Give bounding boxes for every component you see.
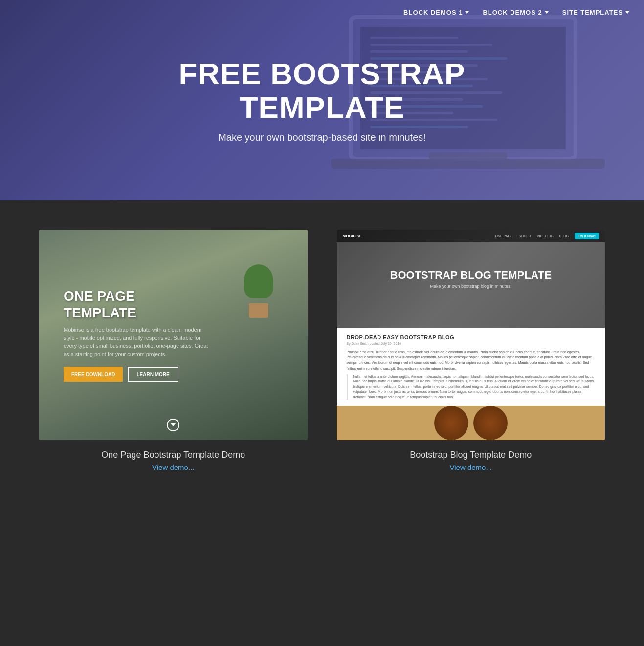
chevron-down-icon	[465, 11, 469, 14]
preview-blog-hero: MOBIRISE ONE PAGE SLIDER VIDEO BG BLOG T…	[337, 230, 605, 328]
card-one-page-title: One Page Bootstrap Template Demo	[101, 450, 245, 460]
preview-onepage-text: Mobirise is a free bootstrap template wi…	[64, 326, 210, 358]
blog-nav-blog: BLOG	[559, 234, 569, 238]
svg-rect-4	[370, 50, 468, 53]
try-now-button[interactable]: Try it Now!	[575, 233, 599, 239]
card-blog: MOBIRISE ONE PAGE SLIDER VIDEO BG BLOG T…	[337, 230, 605, 471]
preview-blog-subtitle: Make your own bootstrap blog in minutes!	[430, 284, 511, 289]
scroll-down-arrow	[167, 419, 179, 431]
plant-leaf	[244, 264, 273, 298]
preview-blog-title: BOOTSTRAP BLOG TEMPLATE	[390, 269, 552, 282]
preview-blog-navbar: MOBIRISE ONE PAGE SLIDER VIDEO BG BLOG T…	[337, 230, 605, 242]
card-blog-thumbnail[interactable]: MOBIRISE ONE PAGE SLIDER VIDEO BG BLOG T…	[337, 230, 605, 440]
blog-nav-slider: SLIDER	[519, 234, 531, 238]
svg-rect-17	[429, 152, 507, 159]
nav-block-demos-1[interactable]: BLOCK DEMOS 1	[403, 9, 469, 16]
preview-learn-more-button[interactable]: LEARN MORE	[128, 367, 178, 382]
blog-nav-onepage: ONE PAGE	[495, 234, 513, 238]
preview-blog-footer-image	[337, 406, 605, 440]
navigation: BLOCK DEMOS 1 BLOCK DEMOS 2 SITE TEMPLAT…	[389, 0, 644, 25]
article-text-1: Proin sit eros arcu. Integer neque urna,…	[347, 349, 596, 371]
food-image-circle-2	[473, 406, 508, 440]
svg-rect-16	[331, 159, 605, 169]
article-meta: By John Smith posted July 30, 2016	[347, 342, 596, 345]
hero-subtitle: Make your own bootstrap-based site in mi…	[218, 132, 426, 143]
preview-blog-brand: MOBIRISE	[343, 234, 362, 238]
preview-blog-container: MOBIRISE ONE PAGE SLIDER VIDEO BG BLOG T…	[337, 230, 605, 440]
svg-rect-3	[370, 44, 492, 46]
card-blog-link[interactable]: View demo...	[450, 463, 492, 471]
cards-grid: ONE PAGE TEMPLATE Mobirise is a free boo…	[39, 230, 605, 471]
preview-onepage-title: ONE PAGE TEMPLATE	[64, 288, 191, 321]
card-one-page-thumbnail[interactable]: ONE PAGE TEMPLATE Mobirise is a free boo…	[39, 230, 308, 440]
chevron-down-icon	[545, 11, 549, 14]
nav-block-demos-2[interactable]: BLOCK DEMOS 2	[483, 9, 548, 16]
chevron-down-icon	[625, 11, 629, 14]
svg-rect-2	[370, 37, 458, 39]
plant-pot	[249, 303, 268, 318]
card-blog-title: Bootstrap Blog Template Demo	[410, 450, 532, 460]
card-one-page-link[interactable]: View demo...	[152, 463, 194, 471]
food-image-circle-1	[434, 406, 468, 440]
article-quote-text: Nullam et tellus a ante dictum sagittis.…	[353, 374, 596, 400]
article-title: DROP-DEAD EASY BOOTSTRAP BLOG	[347, 334, 596, 340]
hero-section: FREE BOOTSTRAP TEMPLATE Make your own bo…	[0, 0, 644, 200]
plant-decoration	[239, 259, 278, 318]
preview-onepage-buttons: FREE DOWNLOAD LEARN MORE	[64, 367, 178, 382]
nav-site-templates[interactable]: SITE TEMPLATES	[562, 9, 629, 16]
blog-nav-videobg: VIDEO BG	[537, 234, 554, 238]
article-blockquote: Nullam et tellus a ante dictum sagittis.…	[347, 374, 596, 400]
preview-onepage-bg: ONE PAGE TEMPLATE Mobirise is a free boo…	[39, 230, 308, 440]
main-content: ONE PAGE TEMPLATE Mobirise is a free boo…	[0, 200, 644, 511]
preview-blog-article: DROP-DEAD EASY BOOTSTRAP BLOG By John Sm…	[337, 328, 605, 406]
hero-content: FREE BOOTSTRAP TEMPLATE Make your own bo…	[151, 57, 493, 143]
hero-title: FREE BOOTSTRAP TEMPLATE	[151, 57, 493, 124]
preview-free-download-button[interactable]: FREE DOWNLOAD	[64, 367, 123, 382]
card-one-page: ONE PAGE TEMPLATE Mobirise is a free boo…	[39, 230, 308, 471]
